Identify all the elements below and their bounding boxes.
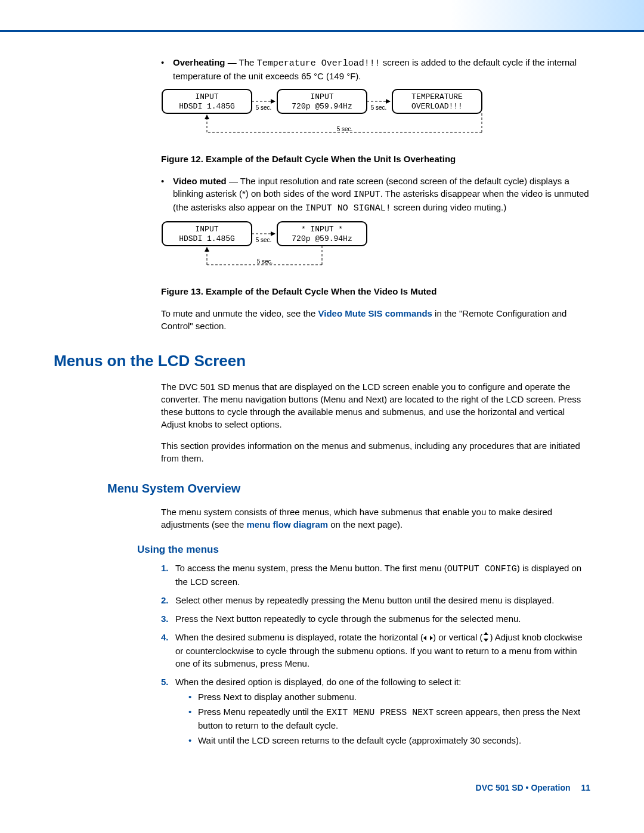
figure-12-diagram: INPUT HDSDI 1.485G 5 sec. INPUT 720p @59…	[161, 88, 590, 148]
svg-marker-18	[205, 114, 209, 119]
svg-text:OVERLOAD!!!: OVERLOAD!!!	[411, 102, 463, 111]
step-1: 1. To access the menu system, press the …	[161, 562, 590, 588]
heading-using-the-menus: Using the menus	[137, 543, 590, 557]
step-5: 5. When the desired option is displayed,…	[161, 676, 590, 747]
svg-text:720p @59.94Hz: 720p @59.94Hz	[292, 234, 352, 243]
horizontal-adjust-icon	[423, 632, 433, 645]
svg-text:720p @59.94Hz: 720p @59.94Hz	[292, 102, 352, 111]
svg-text:*  INPUT  *: * INPUT *	[301, 225, 343, 234]
step-4: 4. When the desired submenu is displayed…	[161, 631, 590, 670]
link-menu-flow-diagram[interactable]: menu flow diagram	[246, 519, 328, 529]
step-5-sub-3: Wait until the LCD screen returns to the…	[175, 734, 590, 747]
step-5-sub-1: Press Next to display another submenu.	[175, 690, 590, 703]
menus-p1: The DVC 501 SD menus that are displayed …	[161, 380, 590, 431]
page-content: Overheating — The Temperature Overload!!…	[0, 56, 644, 812]
svg-text:5 sec.: 5 sec.	[257, 258, 273, 265]
svg-text:5 sec.: 5 sec.	[371, 104, 387, 111]
figure-13-caption: Figure 13. Example of the Default Cycle …	[161, 285, 590, 298]
svg-marker-36	[484, 632, 488, 635]
svg-marker-34	[423, 636, 426, 640]
step-2: 2. Select other menus by repeatedly pres…	[161, 594, 590, 606]
svg-text:INPUT: INPUT	[195, 92, 218, 101]
figure-12-caption: Figure 12. Example of the Default Cycle …	[161, 153, 590, 165]
svg-text:5 sec.: 5 sec.	[256, 104, 272, 111]
svg-text:INPUT: INPUT	[195, 225, 218, 234]
svg-text:5 sec.: 5 sec.	[337, 126, 353, 132]
svg-text:5 sec.: 5 sec.	[256, 237, 272, 243]
svg-marker-4	[271, 99, 275, 104]
overview-paragraph: The menu system consists of three menus,…	[161, 506, 590, 531]
svg-marker-10	[386, 99, 391, 104]
link-video-mute-sis[interactable]: Video Mute SIS commands	[318, 308, 432, 318]
bullet-video-muted: Video muted — The input resolution and r…	[161, 175, 590, 215]
bullet-overheating: Overheating — The Temperature Overload!!…	[161, 56, 590, 82]
svg-text:HDSDI 1.485G: HDSDI 1.485G	[179, 102, 235, 111]
menus-p2: This section provides information on the…	[161, 439, 590, 465]
step-5-sub-2: Press Menu repeatedly until the EXIT MEN…	[175, 705, 590, 732]
figure-13-diagram: INPUT HDSDI 1.485G 5 sec. * INPUT * 720p…	[161, 221, 590, 280]
heading-menus-lcd: Menus on the LCD Screen	[54, 350, 590, 371]
svg-marker-24	[271, 231, 275, 236]
page-number: 11	[581, 783, 590, 792]
svg-marker-32	[205, 247, 209, 252]
footer-text: DVC 501 SD • Operation	[476, 783, 571, 792]
overheat-lead: Overheating	[173, 57, 225, 67]
heading-menu-system-overview: Menu System Overview	[107, 480, 590, 497]
svg-text:INPUT: INPUT	[310, 92, 333, 101]
page-footer: DVC 501 SD • Operation 11	[54, 782, 590, 794]
mute-paragraph: To mute and unmute the video, see the Vi…	[161, 307, 590, 332]
step-3: 3. Press the Next button repeatedly to c…	[161, 612, 590, 625]
svg-text:HDSDI 1.485G: HDSDI 1.485G	[179, 234, 235, 243]
muted-lead: Video muted	[173, 176, 227, 186]
svg-marker-37	[484, 639, 488, 642]
header-bar	[0, 0, 644, 32]
vertical-adjust-icon	[482, 632, 490, 645]
svg-text:TEMPERATURE: TEMPERATURE	[411, 92, 463, 101]
